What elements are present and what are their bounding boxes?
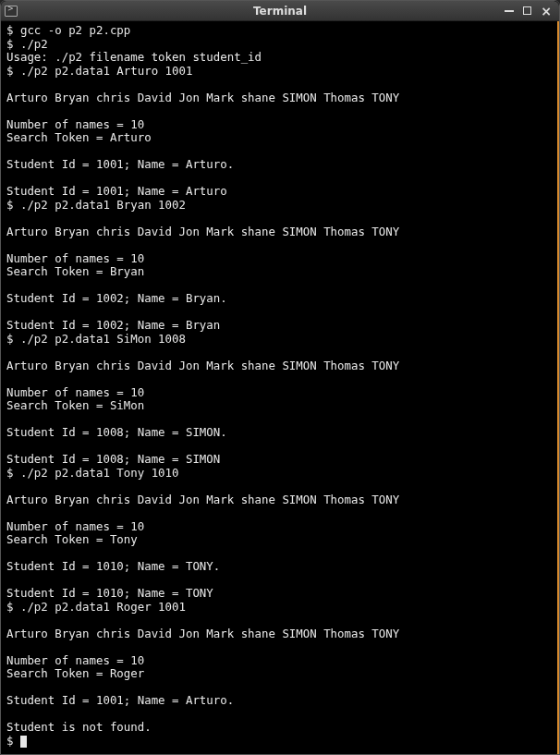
titlebar[interactable]: Terminal ×	[1, 1, 559, 21]
terminal-window: Terminal × $ gcc -o p2 p2.cpp $ ./p2 Usa…	[0, 0, 560, 755]
close-button[interactable]: ×	[541, 5, 552, 18]
terminal-output: $ gcc -o p2 p2.cpp $ ./p2 Usage: ./p2 fi…	[6, 24, 552, 748]
maximize-button[interactable]	[523, 6, 531, 17]
close-icon: ×	[541, 4, 552, 18]
terminal-body[interactable]: $ gcc -o p2 p2.cpp $ ./p2 Usage: ./p2 fi…	[1, 21, 559, 754]
window-controls: ×	[500, 5, 555, 18]
prompt: $	[6, 734, 20, 748]
maximize-icon	[523, 6, 531, 15]
window-title: Terminal	[60, 5, 500, 18]
titlebar-left	[5, 6, 60, 17]
cursor	[20, 736, 27, 748]
minimize-icon	[505, 10, 514, 12]
minimize-button[interactable]	[505, 6, 514, 17]
terminal-icon	[5, 6, 18, 17]
